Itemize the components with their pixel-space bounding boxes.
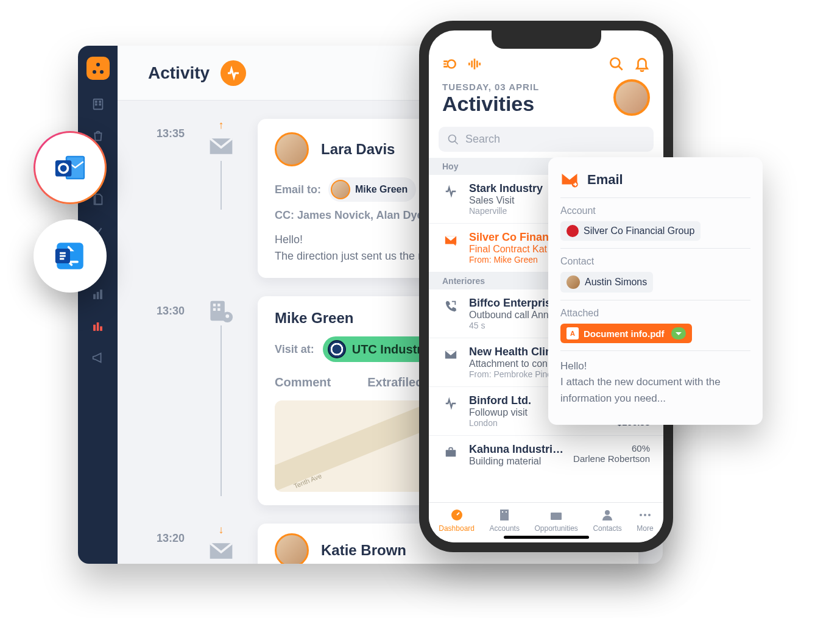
svg-rect-2: [99, 101, 101, 103]
svg-point-28: [449, 135, 456, 142]
briefcase-icon: [442, 443, 459, 467]
attachment-chip[interactable]: A Document info.pdf: [560, 324, 692, 343]
search-icon[interactable]: [609, 56, 624, 74]
mail-icon: [206, 536, 236, 564]
svg-point-37: [644, 514, 646, 516]
contact-name: Katie Brown: [321, 542, 406, 559]
visit-label: Visit at:: [275, 343, 314, 356]
bell-icon[interactable]: [634, 56, 650, 74]
svg-point-19: [225, 314, 229, 318]
company-logo-icon: [328, 340, 346, 358]
pulse-icon: [442, 182, 459, 216]
activity-pulse-icon[interactable]: [221, 60, 246, 86]
building-pin-icon: [206, 296, 236, 325]
soundwave-icon[interactable]: [467, 56, 482, 74]
sidebar-bars-icon[interactable]: [91, 287, 105, 302]
avatar: [331, 180, 350, 199]
tab-label: Contacts: [593, 524, 621, 533]
home-indicator: [504, 536, 589, 539]
svg-rect-32: [502, 511, 503, 513]
svg-point-38: [648, 514, 651, 516]
avatar: [275, 132, 309, 166]
svg-point-27: [610, 58, 619, 67]
popover-title: Email: [587, 172, 623, 188]
svg-rect-17: [217, 308, 220, 311]
popover-header: Email: [560, 168, 750, 197]
sidebar-megaphone-icon[interactable]: [91, 350, 105, 365]
contact-label: Contact: [560, 256, 750, 267]
account-chip[interactable]: Silver Co Financial Group: [560, 221, 701, 241]
arrow-down-icon: ↓: [219, 524, 224, 536]
app-logo-icon[interactable]: [86, 57, 110, 80]
date-label: TUESDAY, 03 APRIL: [442, 82, 539, 92]
timeline-time: 13:30: [148, 296, 185, 318]
tab-label: Dashboard: [439, 524, 475, 533]
svg-rect-22: [55, 160, 72, 177]
exchange-integration-icon[interactable]: [34, 219, 107, 293]
mail-icon: [206, 132, 236, 161]
tab-opportunities[interactable]: Opportunities: [534, 508, 577, 533]
tab-label: Accounts: [490, 524, 520, 533]
attachment-filename: Document info.pdf: [584, 329, 664, 339]
company-logo-icon: [566, 225, 579, 237]
tab-contacts[interactable]: Contacts: [593, 508, 621, 533]
outlook-integration-icon[interactable]: [34, 131, 107, 204]
svg-rect-33: [506, 511, 507, 513]
tab-dashboard[interactable]: Dashboard: [439, 508, 475, 533]
tab-accounts[interactable]: Accounts: [490, 508, 520, 533]
phone-title: Activities: [442, 92, 539, 116]
contact-chip[interactable]: Austin Simons: [560, 272, 653, 293]
recipient-name: Mike Green: [355, 184, 408, 195]
svg-rect-14: [213, 304, 216, 306]
phone-header: TUESDAY, 03 APRIL Activities: [429, 79, 663, 123]
item-right-top: 60%: [573, 443, 650, 453]
tab-comment[interactable]: Comment: [275, 375, 331, 389]
sidebar-chart-icon[interactable]: [91, 319, 105, 333]
svg-rect-7: [93, 294, 95, 299]
svg-rect-8: [97, 292, 99, 299]
item-right-bottom: Darlene Robertson: [573, 453, 650, 464]
svg-point-26: [448, 60, 456, 68]
email-body-line: I attach the new document with the infor…: [560, 374, 750, 407]
svg-rect-0: [93, 99, 102, 110]
svg-rect-29: [446, 450, 456, 456]
svg-rect-34: [551, 513, 562, 520]
sidebar-building-icon[interactable]: [91, 97, 105, 112]
account-label: Account: [560, 205, 750, 216]
download-icon[interactable]: [671, 327, 686, 339]
svg-rect-9: [100, 290, 102, 299]
map-street-label: Tenth Ave: [293, 472, 323, 489]
recipient-chip[interactable]: Mike Green: [328, 177, 416, 202]
user-avatar[interactable]: [613, 79, 650, 116]
timeline-time: 13:20: [148, 524, 185, 545]
email-detail-popover: Email Account Silver Co Financial Group …: [548, 157, 763, 425]
phone-out-icon: [442, 297, 459, 330]
avatar: [275, 533, 309, 564]
mail-send-icon: [442, 231, 459, 265]
company-name: UTC Industri: [352, 343, 425, 357]
mail-down-icon: [442, 346, 459, 379]
search-placeholder: Search: [465, 133, 500, 146]
timeline-time: 13:35: [148, 119, 185, 140]
tab-more[interactable]: More: [637, 508, 653, 533]
svg-point-35: [605, 510, 610, 515]
desktop-sidebar: [78, 46, 118, 564]
search-input[interactable]: Search: [439, 127, 654, 152]
pulse-icon: [442, 394, 459, 428]
svg-rect-4: [99, 104, 101, 105]
svg-point-36: [640, 514, 642, 516]
svg-rect-31: [500, 510, 509, 520]
page-title: Activity: [148, 63, 210, 83]
pdf-icon: A: [566, 327, 579, 339]
svg-rect-3: [95, 104, 97, 105]
svg-rect-11: [97, 323, 99, 331]
activity-item[interactable]: Kahuna Industries Building material 60% …: [429, 436, 663, 474]
item-subtitle: Building material: [469, 456, 563, 467]
svg-rect-1: [95, 101, 97, 103]
arrow-up-icon: ↑: [219, 119, 224, 132]
svg-rect-16: [213, 308, 216, 311]
account-value: Silver Co Financial Group: [584, 226, 694, 236]
tab-label: More: [637, 524, 653, 533]
contact-name: Lara Davis: [321, 141, 395, 158]
app-mark-icon[interactable]: [442, 56, 458, 74]
